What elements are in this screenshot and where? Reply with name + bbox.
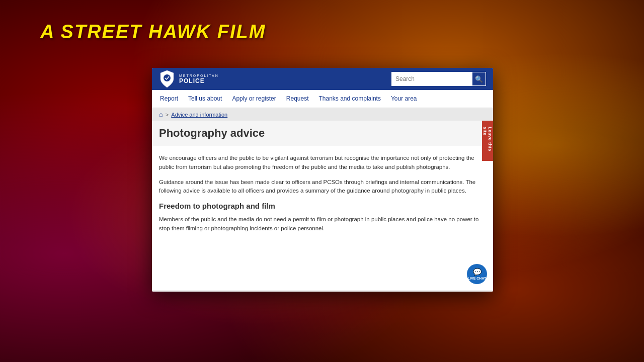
live-chat-icon: 💬 [473, 268, 481, 276]
svg-point-0 [164, 74, 171, 81]
search-area: 🔍 [391, 72, 486, 86]
breadcrumb: ⌂ > Advice and information [152, 108, 493, 121]
film-title: A STREET HAWK FILM [40, 21, 266, 43]
breadcrumb-separator: > [166, 112, 169, 118]
search-icon: 🔍 [475, 75, 483, 83]
breadcrumb-link[interactable]: Advice and information [171, 112, 227, 118]
content-paragraph-1: We encourage officers and the public to … [159, 154, 486, 172]
nav-item-your-area[interactable]: Your area [386, 90, 422, 108]
search-input[interactable] [391, 72, 472, 86]
logo-area[interactable]: METROPOLITAN POLICE [159, 69, 219, 88]
site-navigation: Report Tell us about Apply or register R… [152, 90, 493, 108]
content-paragraph-2: Guidance around the issue has been made … [159, 178, 486, 196]
content-area: Photography advice We encourage officers… [152, 121, 493, 290]
content-paragraph-3: Members of the public and the media do n… [159, 215, 486, 233]
nav-item-request[interactable]: Request [281, 90, 314, 108]
logo-text-bottom: POLICE [179, 77, 219, 84]
nav-item-report[interactable]: Report [155, 90, 183, 108]
section-title-freedom: Freedom to photograph and film [159, 202, 486, 210]
live-chat-button[interactable]: 💬 LIVE CHAT [467, 264, 487, 284]
page-title: Photography advice [152, 121, 493, 146]
nav-item-apply-or-register[interactable]: Apply or register [227, 90, 281, 108]
leave-site-button[interactable]: Leave this site [482, 121, 493, 161]
home-icon[interactable]: ⌂ [159, 111, 163, 118]
logo-shield-icon [159, 69, 175, 88]
nav-item-tell-us-about[interactable]: Tell us about [183, 90, 227, 108]
nav-item-thanks-and-complaints[interactable]: Thanks and complaints [314, 90, 386, 108]
site-header: METROPOLITAN POLICE 🔍 [152, 68, 493, 90]
search-button[interactable]: 🔍 [472, 72, 486, 86]
logo-text-top: METROPOLITAN [179, 74, 219, 77]
search-input-wrap [391, 72, 472, 86]
logo-text: METROPOLITAN POLICE [179, 74, 219, 84]
browser-window: METROPOLITAN POLICE 🔍 Report Tell us abo… [152, 68, 493, 292]
live-chat-label: LIVE CHAT [468, 277, 486, 280]
